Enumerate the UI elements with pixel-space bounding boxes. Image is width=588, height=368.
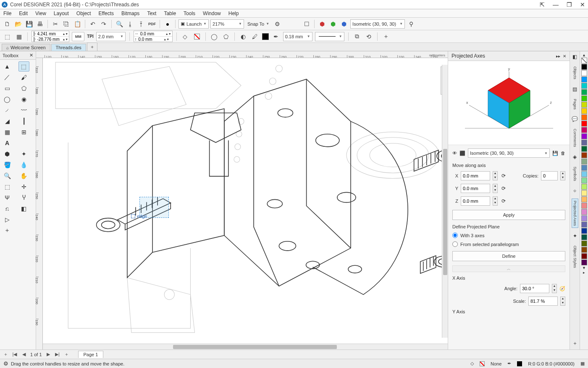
palette-flyout-icon[interactable]: ▸: [583, 270, 585, 275]
scrollbar-vertical[interactable]: [442, 65, 448, 338]
color-swatch[interactable]: [581, 259, 587, 265]
new-icon[interactable]: 🗋: [3, 19, 12, 29]
cube3-icon[interactable]: ⬢: [339, 19, 349, 29]
menu-bitmaps[interactable]: Bitmaps: [121, 11, 139, 16]
save-icon[interactable]: 💾: [24, 19, 34, 29]
color-swatch[interactable]: [581, 152, 587, 158]
menu-effects[interactable]: Effects: [99, 11, 114, 16]
gear-icon[interactable]: ⚙: [273, 19, 282, 29]
spiral-icon[interactable]: ◉: [18, 94, 29, 104]
color-swatch[interactable]: [581, 190, 587, 196]
copy-icon[interactable]: ⿻: [62, 19, 71, 29]
define-button[interactable]: Define: [452, 251, 565, 261]
preset-dropdown[interactable]: Isometric (30, 90, 30)▼: [468, 148, 550, 158]
cube2-icon[interactable]: ⬢: [328, 19, 338, 29]
drawing-canvas[interactable]: edge Object Data: [43, 58, 448, 344]
status-gear-icon[interactable]: ⚙: [3, 360, 8, 367]
import-icon[interactable]: ⭳: [126, 19, 135, 29]
scale-spinner[interactable]: ▲▼: [560, 297, 565, 306]
toolbox-close-icon[interactable]: ✕: [29, 53, 33, 58]
cube1-icon[interactable]: ⬢: [318, 19, 327, 29]
projected-icon[interactable]: ⎌: [2, 204, 13, 214]
size-fields[interactable]: ↔▲▼ ↕▲▼: [134, 31, 173, 42]
record-icon[interactable]: ●: [163, 19, 172, 29]
menu-text[interactable]: Text: [147, 11, 156, 16]
y-position[interactable]: [36, 37, 61, 42]
obj-coord-icon[interactable]: ⬚: [3, 32, 12, 41]
anchor-icon[interactable]: ✛: [18, 182, 29, 192]
symbols-tab-icon[interactable]: ◈: [571, 153, 579, 161]
units-mm[interactable]: MM: [72, 32, 84, 41]
color-swatch[interactable]: [581, 83, 587, 89]
menu-window[interactable]: Window: [203, 11, 221, 16]
page-last-icon[interactable]: ▶|: [55, 352, 60, 357]
page-prev-icon[interactable]: ◀: [21, 352, 27, 357]
add-dock-icon[interactable]: ＋: [571, 339, 579, 347]
polygon-target-icon[interactable]: ⬠: [221, 32, 231, 41]
tab-comments[interactable]: Comments: [572, 127, 578, 149]
cut-icon[interactable]: ✂: [51, 19, 60, 29]
color-swatch[interactable]: [581, 114, 587, 120]
open-icon[interactable]: 📂: [13, 19, 23, 29]
rectangle-icon[interactable]: ▭: [2, 83, 13, 93]
tab-object-styles[interactable]: Object Styles: [572, 244, 578, 270]
effect-icon[interactable]: ✦: [18, 149, 29, 159]
height-field[interactable]: [137, 37, 163, 42]
color-swatch[interactable]: [581, 95, 587, 101]
z-reset-icon[interactable]: ⟳: [500, 198, 507, 204]
pdf-icon[interactable]: PDF: [147, 19, 157, 29]
callout-tool-icon[interactable]: ◢: [2, 116, 13, 126]
zoom-tool-icon[interactable]: 🔍: [2, 171, 13, 181]
menu-help[interactable]: Help: [228, 11, 239, 16]
table-icon[interactable]: ▦: [2, 127, 13, 137]
menu-object[interactable]: Object: [76, 11, 91, 16]
page-add-icon[interactable]: ＋: [3, 351, 8, 357]
radio-3axes[interactable]: With 3 axes: [452, 233, 565, 238]
position-fields[interactable]: ╠▲▼ ╠▲▼: [32, 31, 69, 42]
tab-objects[interactable]: Objects: [572, 65, 578, 81]
menu-layout[interactable]: Layout: [54, 11, 69, 16]
pick-tool-icon[interactable]: ▲: [2, 61, 13, 71]
eyedropper-icon[interactable]: 💧: [18, 160, 29, 170]
ellipse-target-icon[interactable]: ◯: [210, 32, 219, 41]
redo-icon[interactable]: ↷: [99, 19, 108, 29]
x-reset-icon[interactable]: ⟳: [500, 172, 507, 179]
freehand-icon[interactable]: ／: [2, 72, 13, 82]
status-nofill-swatch[interactable]: [480, 361, 485, 366]
color-swatch[interactable]: [581, 133, 587, 139]
objects-tab-icon[interactable]: ◧: [571, 53, 579, 61]
copies-spinner[interactable]: ▲▼: [560, 171, 565, 180]
ellipse-icon[interactable]: ◯: [2, 94, 13, 104]
comments-tab-icon[interactable]: 💬: [571, 115, 579, 123]
fill-tool-icon[interactable]: 🪣: [2, 160, 13, 170]
palette-up-icon[interactable]: ▲: [582, 53, 586, 57]
outline-pen-icon[interactable]: ✒: [271, 32, 281, 41]
angle-spinner[interactable]: ▲▼: [552, 284, 557, 293]
color-swatch[interactable]: [581, 140, 587, 146]
3d-icon[interactable]: ⬢: [2, 149, 13, 159]
width-field[interactable]: [139, 31, 165, 36]
collapse-up-icon[interactable]: ︿: [452, 265, 565, 272]
box-outline-icon[interactable]: ☐: [302, 19, 311, 29]
color-swatch[interactable]: [581, 241, 587, 246]
color-swatch[interactable]: [581, 77, 587, 82]
pages-tab-icon[interactable]: ▤: [571, 85, 579, 93]
transform-icon[interactable]: ⟲: [364, 32, 373, 41]
pan-tool-icon[interactable]: ✋: [18, 171, 29, 181]
cube-preset-icon[interactable]: ⬛: [459, 151, 465, 156]
fill-swatch[interactable]: [262, 33, 269, 40]
print-icon[interactable]: 🖶: [35, 19, 45, 29]
outline-width[interactable]: 0.18 mm▼: [283, 32, 312, 41]
menu-file[interactable]: File: [3, 11, 11, 16]
obj-dims-icon[interactable]: ▦: [14, 32, 24, 41]
color-swatch[interactable]: [581, 196, 587, 202]
color-swatch[interactable]: [581, 108, 587, 114]
page-next-icon[interactable]: ▶: [45, 352, 51, 357]
scrollbar-horizontal[interactable]: [43, 344, 448, 349]
add-icon[interactable]: ＋: [381, 32, 391, 41]
line-icon[interactable]: ⟋: [2, 105, 13, 115]
page-first-icon[interactable]: |◀: [12, 352, 18, 357]
graph-paper-icon[interactable]: ⊞: [18, 127, 29, 137]
apply-button[interactable]: Apply: [452, 210, 565, 220]
save-preset-icon[interactable]: 💾: [552, 151, 558, 156]
